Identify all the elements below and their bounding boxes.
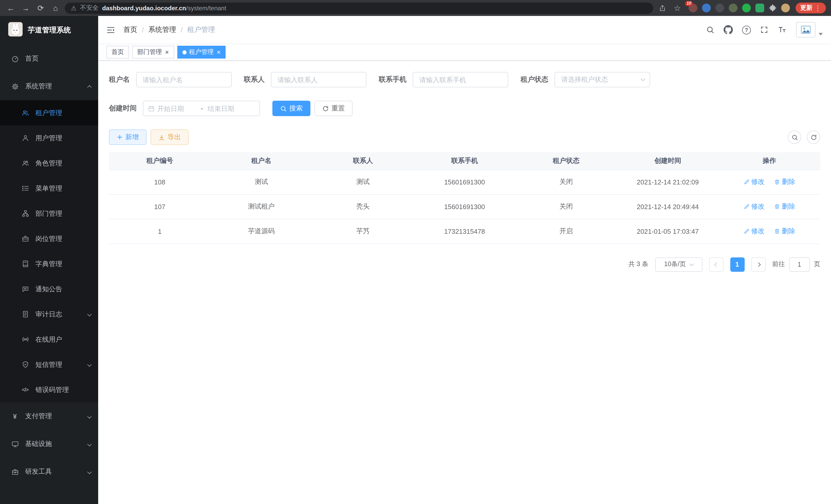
- font-size-icon[interactable]: [778, 26, 787, 34]
- start-date-input[interactable]: [157, 105, 196, 112]
- sidebar-item-sms[interactable]: 短信管理: [0, 352, 98, 377]
- sidebar-item-tenant[interactable]: 租户管理: [0, 100, 98, 125]
- browser-back-icon[interactable]: ←: [5, 2, 17, 13]
- sidebar-item-home[interactable]: 首页: [0, 45, 98, 72]
- sidebar-item-devtools[interactable]: 研发工具: [0, 458, 98, 485]
- sidebar-item-menu[interactable]: 菜单管理: [0, 176, 98, 201]
- sidebar: 芋道管理系统 首页 系统管理 租户管理 用户管理 角色管理: [0, 16, 98, 504]
- column-header: 租户名: [210, 152, 312, 170]
- sidebar-item-online-users[interactable]: 在线用户: [0, 327, 98, 352]
- tenant-table: 租户编号 租户名 联系人 联系手机 租户状态 创建时间 操作 108 测试: [109, 152, 820, 244]
- extension-icon[interactable]: [742, 4, 751, 12]
- toolbox-icon: [10, 468, 20, 475]
- sidebar-toggle-icon[interactable]: [106, 25, 115, 34]
- app-logo-row: 芋道管理系统: [0, 16, 98, 45]
- delete-link[interactable]: 删除: [774, 202, 795, 211]
- sidebar-item-error-code[interactable]: </> 错误码管理: [0, 377, 98, 402]
- refresh-button[interactable]: [807, 130, 820, 144]
- cell-phone: 15601691300: [414, 170, 515, 194]
- edit-link[interactable]: 修改: [744, 177, 765, 186]
- toggle-search-button[interactable]: [788, 130, 801, 144]
- browser-reload-icon[interactable]: ⟳: [35, 2, 46, 13]
- gear-icon: [10, 83, 20, 90]
- breadcrumb-separator: /: [181, 26, 183, 34]
- screen: ← → ⟳ ⌂ ⚠ 不安全 dashboard.yudao.iocoder.cn…: [0, 0, 831, 504]
- tab-tenant[interactable]: 租户管理 ×: [177, 46, 226, 59]
- goto-page-input[interactable]: [789, 257, 810, 271]
- table-toolbar: 新增 导出: [109, 129, 820, 145]
- edit-link[interactable]: 修改: [744, 202, 765, 211]
- delete-link[interactable]: 删除: [774, 177, 795, 186]
- page-number-current[interactable]: 1: [730, 257, 744, 271]
- tab-home[interactable]: 首页: [106, 46, 129, 59]
- user-avatar-menu[interactable]: [796, 22, 823, 37]
- add-button[interactable]: 新增: [109, 129, 146, 145]
- sidebar-item-audit-log[interactable]: 审计日志: [0, 302, 98, 327]
- browser-extensions: 10: [689, 4, 790, 12]
- bookmark-star-icon[interactable]: ☆: [672, 2, 683, 13]
- breadcrumb-home[interactable]: 首页: [123, 25, 137, 34]
- sidebar-item-dept[interactable]: 部门管理: [0, 201, 98, 226]
- tenant-name-input[interactable]: [136, 72, 231, 87]
- status-select[interactable]: 请选择租户状态: [554, 72, 650, 87]
- extension-icon[interactable]: [755, 4, 764, 12]
- browser-update-button[interactable]: 更新 ⋮: [796, 3, 826, 13]
- chevron-left-icon: [714, 262, 718, 267]
- delete-link[interactable]: 删除: [774, 227, 795, 236]
- github-icon[interactable]: [724, 25, 733, 34]
- page-size-select[interactable]: 10条/页: [655, 257, 702, 271]
- edit-link[interactable]: 修改: [744, 227, 765, 236]
- sidebar-item-label: 用户管理: [35, 133, 62, 143]
- help-icon[interactable]: ?: [742, 25, 751, 34]
- table-header-row: 租户编号 租户名 联系人 联系手机 租户状态 创建时间 操作: [109, 152, 820, 170]
- code-icon: </>: [21, 387, 30, 392]
- sidebar-item-infra[interactable]: 基础设施: [0, 430, 98, 458]
- contact-input[interactable]: [271, 72, 366, 87]
- next-page-button[interactable]: [751, 257, 766, 271]
- sidebar-item-post[interactable]: 岗位管理: [0, 226, 98, 251]
- address-bar[interactable]: ⚠ 不安全 dashboard.yudao.iocoder.cn/system/…: [65, 2, 653, 13]
- reset-button[interactable]: 重置: [315, 101, 352, 116]
- search-button[interactable]: 搜索: [273, 101, 310, 116]
- browser-menu-icon[interactable]: ⋮: [814, 4, 821, 12]
- header-search-icon[interactable]: [706, 26, 714, 34]
- tab-label: 部门管理: [137, 48, 162, 57]
- active-tab-dot: [182, 50, 186, 54]
- prev-page-button[interactable]: [709, 257, 723, 271]
- calendar-icon: [148, 105, 155, 112]
- signal-icon: [21, 335, 30, 343]
- date-range-picker[interactable]: -: [143, 101, 260, 116]
- breadcrumb-system[interactable]: 系统管理: [148, 25, 176, 34]
- share-icon[interactable]: [657, 2, 668, 13]
- close-icon[interactable]: ×: [217, 49, 221, 56]
- cell-created: 2021-01-05 17:03:47: [617, 219, 718, 243]
- browser-forward-icon[interactable]: →: [20, 2, 31, 13]
- extension-icon[interactable]: [715, 4, 724, 12]
- tab-dept[interactable]: 部门管理 ×: [132, 46, 174, 59]
- sidebar-item-payment[interactable]: ¥ 支付管理: [0, 402, 98, 430]
- extensions-puzzle-icon[interactable]: [769, 4, 776, 12]
- close-icon[interactable]: ×: [165, 49, 169, 56]
- filter-contact: 联系人: [244, 72, 366, 87]
- user-icon: [21, 134, 30, 142]
- extension-icon[interactable]: 10: [689, 4, 697, 12]
- sidebar-item-label: 岗位管理: [35, 234, 62, 243]
- browser-home-icon[interactable]: ⌂: [50, 2, 61, 13]
- table-row: 1 芋道源码 芋艿 17321315478 开启 2021-01-05 17:0…: [109, 219, 820, 243]
- fullscreen-icon[interactable]: [760, 26, 768, 34]
- sidebar-item-dict[interactable]: 字典管理: [0, 251, 98, 276]
- end-date-input[interactable]: [208, 105, 247, 112]
- extension-icon[interactable]: [729, 4, 738, 12]
- sidebar-item-user[interactable]: 用户管理: [0, 125, 98, 151]
- avatar: [796, 22, 815, 37]
- browser-profile-avatar[interactable]: [781, 4, 790, 12]
- phone-input[interactable]: [413, 72, 508, 87]
- export-button[interactable]: 导出: [150, 129, 189, 145]
- book-icon: [21, 260, 30, 268]
- sidebar-item-notice[interactable]: 通知公告: [0, 276, 98, 302]
- sidebar-item-system[interactable]: 系统管理: [0, 72, 98, 100]
- dashboard-icon: [10, 55, 20, 62]
- sidebar-item-role[interactable]: 角色管理: [0, 151, 98, 176]
- sidebar-item-label: 支付管理: [25, 412, 52, 421]
- extension-icon[interactable]: [702, 4, 711, 12]
